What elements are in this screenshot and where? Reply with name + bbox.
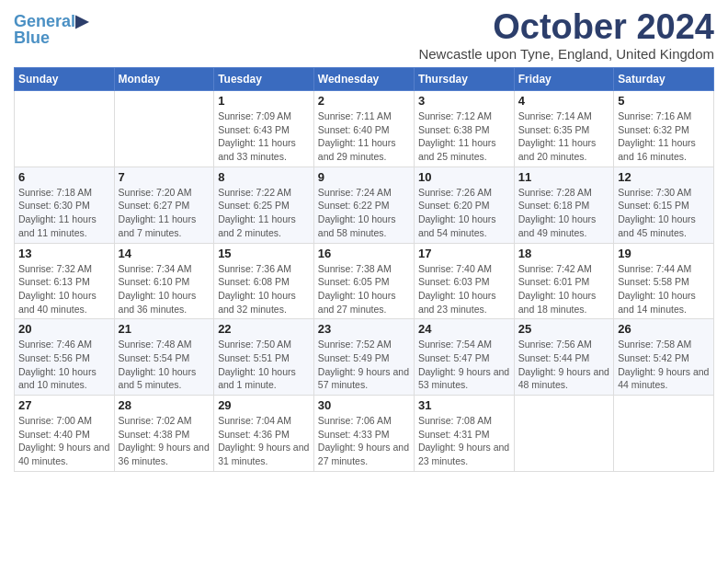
- logo: General▶ Blue: [14, 13, 88, 46]
- day-number: 20: [18, 322, 110, 336]
- day-info: Sunrise: 7:08 AM Sunset: 4:31 PM Dayligh…: [418, 414, 510, 468]
- day-number: 8: [218, 170, 310, 184]
- day-number: 9: [318, 170, 410, 184]
- day-number: 16: [318, 247, 410, 260]
- day-info: Sunrise: 7:40 AM Sunset: 6:03 PM Dayligh…: [418, 262, 510, 316]
- calendar-cell: 6Sunrise: 7:18 AM Sunset: 6:30 PM Daylig…: [15, 167, 115, 243]
- day-info: Sunrise: 7:30 AM Sunset: 6:15 PM Dayligh…: [618, 186, 710, 240]
- calendar-cell: [614, 396, 714, 472]
- header: General▶ Blue October 2024 Newcastle upo…: [14, 9, 714, 62]
- day-number: 12: [618, 170, 710, 184]
- calendar-cell: 16Sunrise: 7:38 AM Sunset: 6:05 PM Dayli…: [313, 243, 414, 319]
- calendar-week-2: 6Sunrise: 7:18 AM Sunset: 6:30 PM Daylig…: [15, 167, 714, 243]
- day-info: Sunrise: 7:16 AM Sunset: 6:32 PM Dayligh…: [618, 109, 710, 164]
- day-number: 17: [418, 247, 510, 260]
- day-info: Sunrise: 7:52 AM Sunset: 5:49 PM Dayligh…: [318, 338, 410, 392]
- weekday-header-wednesday: Wednesday: [313, 68, 414, 91]
- calendar-cell: 1Sunrise: 7:09 AM Sunset: 6:43 PM Daylig…: [214, 91, 314, 167]
- weekday-header-sunday: Sunday: [15, 68, 115, 91]
- calendar-cell: 14Sunrise: 7:34 AM Sunset: 6:10 PM Dayli…: [114, 243, 214, 319]
- day-number: 25: [518, 322, 609, 336]
- day-info: Sunrise: 7:54 AM Sunset: 5:47 PM Dayligh…: [418, 338, 510, 392]
- calendar-cell: 15Sunrise: 7:36 AM Sunset: 6:08 PM Dayli…: [214, 243, 314, 319]
- calendar-cell: 2Sunrise: 7:11 AM Sunset: 6:40 PM Daylig…: [313, 91, 414, 167]
- day-number: 2: [318, 94, 410, 108]
- calendar-cell: 23Sunrise: 7:52 AM Sunset: 5:49 PM Dayli…: [313, 319, 414, 396]
- calendar-cell: 20Sunrise: 7:46 AM Sunset: 5:56 PM Dayli…: [15, 319, 115, 396]
- calendar-cell: 31Sunrise: 7:08 AM Sunset: 4:31 PM Dayli…: [414, 396, 514, 472]
- day-number: 26: [618, 322, 710, 336]
- weekday-header-friday: Friday: [514, 68, 613, 91]
- day-number: 4: [518, 94, 609, 108]
- day-info: Sunrise: 7:28 AM Sunset: 6:18 PM Dayligh…: [518, 186, 609, 240]
- day-number: 7: [119, 170, 210, 184]
- month-title: October 2024: [418, 9, 714, 44]
- calendar-cell: 27Sunrise: 7:00 AM Sunset: 4:40 PM Dayli…: [15, 396, 115, 472]
- day-info: Sunrise: 7:14 AM Sunset: 6:35 PM Dayligh…: [518, 109, 609, 164]
- day-info: Sunrise: 7:24 AM Sunset: 6:22 PM Dayligh…: [318, 186, 410, 240]
- day-number: 18: [518, 247, 609, 260]
- calendar-cell: 3Sunrise: 7:12 AM Sunset: 6:38 PM Daylig…: [414, 91, 514, 167]
- calendar-cell: 13Sunrise: 7:32 AM Sunset: 6:13 PM Dayli…: [15, 243, 115, 319]
- calendar-cell: 30Sunrise: 7:06 AM Sunset: 4:33 PM Dayli…: [313, 396, 414, 472]
- day-info: Sunrise: 7:36 AM Sunset: 6:08 PM Dayligh…: [218, 262, 310, 316]
- weekday-header-row: SundayMondayTuesdayWednesdayThursdayFrid…: [15, 68, 714, 91]
- day-number: 3: [418, 94, 510, 108]
- calendar-cell: 4Sunrise: 7:14 AM Sunset: 6:35 PM Daylig…: [514, 91, 613, 167]
- day-number: 21: [119, 322, 210, 336]
- calendar-table: SundayMondayTuesdayWednesdayThursdayFrid…: [14, 67, 714, 472]
- calendar-cell: 21Sunrise: 7:48 AM Sunset: 5:54 PM Dayli…: [114, 319, 214, 396]
- day-number: 30: [318, 398, 410, 412]
- calendar-week-3: 13Sunrise: 7:32 AM Sunset: 6:13 PM Dayli…: [15, 243, 714, 319]
- calendar-cell: 11Sunrise: 7:28 AM Sunset: 6:18 PM Dayli…: [514, 167, 613, 243]
- day-number: 23: [318, 322, 410, 336]
- day-info: Sunrise: 7:38 AM Sunset: 6:05 PM Dayligh…: [318, 262, 410, 316]
- day-info: Sunrise: 7:56 AM Sunset: 5:44 PM Dayligh…: [518, 338, 609, 392]
- weekday-header-thursday: Thursday: [414, 68, 514, 91]
- calendar-week-4: 20Sunrise: 7:46 AM Sunset: 5:56 PM Dayli…: [15, 319, 714, 396]
- day-info: Sunrise: 7:12 AM Sunset: 6:38 PM Dayligh…: [418, 109, 510, 164]
- calendar-cell: [514, 396, 613, 472]
- calendar-cell: 26Sunrise: 7:58 AM Sunset: 5:42 PM Dayli…: [614, 319, 714, 396]
- day-number: 10: [418, 170, 510, 184]
- day-info: Sunrise: 7:18 AM Sunset: 6:30 PM Dayligh…: [18, 186, 110, 240]
- day-number: 6: [18, 170, 110, 184]
- calendar-cell: 17Sunrise: 7:40 AM Sunset: 6:03 PM Dayli…: [414, 243, 514, 319]
- calendar-cell: 28Sunrise: 7:02 AM Sunset: 4:38 PM Dayli…: [114, 396, 214, 472]
- day-number: 27: [18, 398, 110, 412]
- day-info: Sunrise: 7:09 AM Sunset: 6:43 PM Dayligh…: [218, 109, 310, 164]
- weekday-header-monday: Monday: [114, 68, 214, 91]
- logo-subtext: Blue: [14, 29, 50, 46]
- day-number: 22: [218, 322, 310, 336]
- calendar-cell: 10Sunrise: 7:26 AM Sunset: 6:20 PM Dayli…: [414, 167, 514, 243]
- day-info: Sunrise: 7:04 AM Sunset: 4:36 PM Dayligh…: [218, 414, 310, 468]
- calendar-cell: 18Sunrise: 7:42 AM Sunset: 6:01 PM Dayli…: [514, 243, 613, 319]
- title-area: October 2024 Newcastle upon Tyne, Englan…: [418, 9, 714, 62]
- calendar-cell: 9Sunrise: 7:24 AM Sunset: 6:22 PM Daylig…: [313, 167, 414, 243]
- calendar-cell: 22Sunrise: 7:50 AM Sunset: 5:51 PM Dayli…: [214, 319, 314, 396]
- calendar-cell: 25Sunrise: 7:56 AM Sunset: 5:44 PM Dayli…: [514, 319, 613, 396]
- day-number: 5: [618, 94, 710, 108]
- day-info: Sunrise: 7:22 AM Sunset: 6:25 PM Dayligh…: [218, 186, 310, 240]
- day-number: 31: [418, 398, 510, 412]
- logo-text: General▶: [14, 13, 88, 29]
- calendar-cell: 12Sunrise: 7:30 AM Sunset: 6:15 PM Dayli…: [614, 167, 714, 243]
- calendar-cell: 5Sunrise: 7:16 AM Sunset: 6:32 PM Daylig…: [614, 91, 714, 167]
- day-number: 13: [18, 247, 110, 260]
- day-info: Sunrise: 7:50 AM Sunset: 5:51 PM Dayligh…: [218, 338, 310, 392]
- calendar-cell: 8Sunrise: 7:22 AM Sunset: 6:25 PM Daylig…: [214, 167, 314, 243]
- day-info: Sunrise: 7:58 AM Sunset: 5:42 PM Dayligh…: [618, 338, 710, 392]
- day-number: 1: [218, 94, 310, 108]
- weekday-header-tuesday: Tuesday: [214, 68, 314, 91]
- day-info: Sunrise: 7:00 AM Sunset: 4:40 PM Dayligh…: [18, 414, 110, 468]
- calendar-cell: 24Sunrise: 7:54 AM Sunset: 5:47 PM Dayli…: [414, 319, 514, 396]
- day-info: Sunrise: 7:32 AM Sunset: 6:13 PM Dayligh…: [18, 262, 110, 316]
- day-info: Sunrise: 7:02 AM Sunset: 4:38 PM Dayligh…: [119, 414, 210, 468]
- calendar-week-1: 1Sunrise: 7:09 AM Sunset: 6:43 PM Daylig…: [15, 91, 714, 167]
- day-info: Sunrise: 7:48 AM Sunset: 5:54 PM Dayligh…: [119, 338, 210, 392]
- day-info: Sunrise: 7:11 AM Sunset: 6:40 PM Dayligh…: [318, 109, 410, 164]
- weekday-header-saturday: Saturday: [614, 68, 714, 91]
- day-number: 15: [218, 247, 310, 260]
- day-info: Sunrise: 7:46 AM Sunset: 5:56 PM Dayligh…: [18, 338, 110, 392]
- day-number: 24: [418, 322, 510, 336]
